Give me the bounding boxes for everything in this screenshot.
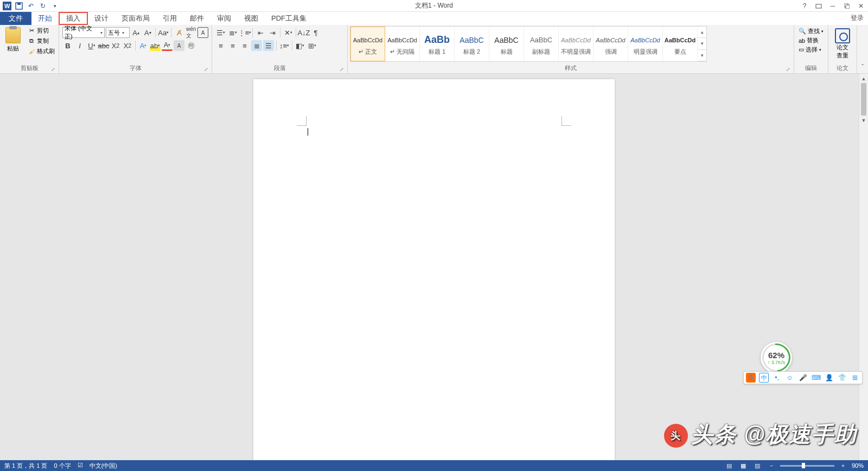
web-layout-icon[interactable]: ▨	[752, 461, 763, 470]
align-right-button[interactable]: ≡	[239, 40, 250, 51]
select-button[interactable]: ▭选择 ▾	[799, 46, 824, 54]
ime-voice-icon[interactable]: 🎤	[798, 373, 808, 383]
sort-button[interactable]: A↓Z	[298, 27, 309, 38]
tab-file[interactable]: 文件	[0, 12, 31, 25]
document-page[interactable]	[253, 79, 615, 462]
superscript-button[interactable]: X2	[122, 40, 133, 51]
copy-button[interactable]: ⧉复制	[26, 36, 56, 46]
font-name-combo[interactable]: 宋体 (中文正)▾	[62, 27, 105, 38]
style-item-h1[interactable]: AaBb标题 1	[420, 27, 455, 61]
style-item-h2[interactable]: AaBbC标题 2	[455, 27, 489, 61]
align-left-button[interactable]: ≡	[215, 40, 226, 51]
tab-review[interactable]: 审阅	[210, 12, 238, 25]
style-item-subtitle[interactable]: AaBbC副标题	[524, 27, 559, 61]
zoom-in-icon[interactable]: +	[838, 461, 848, 470]
align-center-button[interactable]: ≡	[227, 40, 238, 51]
find-button[interactable]: 🔍查找 ▾	[799, 27, 824, 35]
save-icon[interactable]	[14, 1, 24, 11]
style-item-strong[interactable]: AaBbCcDd要点	[663, 27, 698, 61]
ime-skin-icon[interactable]: 👕	[837, 373, 847, 383]
style-more-icon[interactable]: ▾	[698, 50, 706, 61]
phonetic-guide-button[interactable]: wén文	[186, 27, 196, 38]
shading-button[interactable]: ◧▾	[295, 40, 305, 51]
tab-pdf[interactable]: PDF工具集	[265, 12, 313, 25]
tab-mailings[interactable]: 邮件	[183, 12, 210, 25]
close-icon[interactable]: ✕	[856, 1, 866, 11]
clipboard-launcher-icon[interactable]: ⤢	[51, 67, 55, 72]
ime-emoji-icon[interactable]: ☺	[785, 373, 795, 383]
paste-button[interactable]: 粘贴	[2, 26, 24, 54]
style-item-body[interactable]: AaBbCcDd↵ 正文	[350, 27, 385, 61]
justify-button[interactable]: ≣	[251, 40, 262, 51]
minimize-icon[interactable]: ─	[828, 1, 838, 11]
qat-customize-icon[interactable]: ▾	[50, 1, 60, 11]
zoom-level[interactable]: 90%	[852, 462, 864, 469]
shrink-font-button[interactable]: A▾	[142, 27, 153, 38]
multilevel-button[interactable]: ⋮≡▾	[239, 27, 250, 38]
sogou-icon[interactable]: S	[746, 373, 756, 383]
line-spacing-button[interactable]: ↕≡▾	[279, 40, 290, 51]
status-page[interactable]: 第 1 页，共 1 页	[4, 462, 47, 470]
show-marks-button[interactable]: ¶	[310, 27, 321, 38]
zoom-out-icon[interactable]: −	[766, 461, 777, 470]
style-item-title[interactable]: AaBbC标题	[489, 27, 524, 61]
styles-gallery[interactable]: AaBbCcDd↵ 正文AaBbCcDd↵ 无间隔AaBb标题 1AaBbC标题…	[350, 26, 707, 62]
style-item-nospace[interactable]: AaBbCcDd↵ 无间隔	[385, 27, 420, 61]
tab-design[interactable]: 设计	[88, 12, 115, 25]
increase-indent-button[interactable]: ⇥	[267, 27, 278, 38]
italic-button[interactable]: I	[74, 40, 85, 51]
ime-keyboard-icon[interactable]: ⌨	[811, 373, 821, 383]
ime-toolbar[interactable]: S 中 •, ☺ 🎤 ⌨ 👤 👕 ⊞	[743, 371, 863, 384]
bold-button[interactable]: B	[62, 40, 73, 51]
decrease-indent-button[interactable]: ⇤	[255, 27, 266, 38]
char-border-button[interactable]: A	[197, 27, 208, 38]
ime-toolbox-icon[interactable]: ⊞	[850, 373, 860, 383]
status-words[interactable]: 0 个字	[54, 462, 71, 470]
font-launcher-icon[interactable]: ⤢	[204, 67, 208, 72]
tab-references[interactable]: 引用	[156, 12, 183, 25]
highlight-button[interactable]: ab▾	[150, 40, 161, 51]
read-mode-icon[interactable]: ▤	[724, 461, 735, 470]
scroll-thumb[interactable]	[861, 83, 866, 116]
style-item-subtle-em[interactable]: AaBbCcDd不明显强调	[559, 27, 593, 61]
font-size-combo[interactable]: 五号▾	[106, 27, 130, 38]
tab-layout[interactable]: 页面布局	[115, 12, 156, 25]
status-language[interactable]: 中文(中国)	[90, 462, 117, 470]
ime-lang-button[interactable]: 中	[759, 373, 769, 383]
ime-user-icon[interactable]: 👤	[824, 373, 834, 383]
collapse-ribbon-icon[interactable]: ˇ	[857, 25, 868, 73]
vertical-scrollbar[interactable]: ▲ ▼	[859, 74, 868, 462]
cut-button[interactable]: ✂剪切	[26, 26, 56, 35]
tab-view[interactable]: 视图	[238, 12, 265, 25]
asian-layout-button[interactable]: ✕▾	[283, 27, 293, 38]
format-painter-button[interactable]: 🖌格式刷	[26, 47, 56, 56]
zoom-slider[interactable]	[780, 465, 834, 467]
style-up-icon[interactable]: ▴	[698, 27, 706, 38]
ribbon-display-icon[interactable]	[814, 1, 824, 11]
clear-format-button[interactable]: A̸	[174, 27, 184, 38]
style-item-intense-em[interactable]: AaBbCcDd明显强调	[628, 27, 663, 61]
redo-icon[interactable]: ↻	[38, 1, 48, 11]
undo-icon[interactable]: ↶	[26, 1, 36, 11]
replace-button[interactable]: ab替换	[799, 36, 824, 44]
scroll-up-icon[interactable]: ▲	[859, 74, 868, 83]
text-effects-button[interactable]: A▾	[138, 40, 149, 51]
network-gauge[interactable]: 62% ↑ 3.7K/s	[761, 342, 792, 373]
style-item-em[interactable]: AaBbCcDd强调	[593, 27, 628, 61]
change-case-button[interactable]: Aa▾	[158, 27, 169, 38]
help-icon[interactable]: ?	[800, 1, 809, 11]
grow-font-button[interactable]: A▴	[131, 27, 142, 38]
strikethrough-button[interactable]: abc	[98, 40, 109, 51]
ime-punct-icon[interactable]: •,	[772, 373, 782, 383]
tab-insert[interactable]: 插入	[59, 12, 88, 25]
subscript-button[interactable]: X2	[110, 40, 121, 51]
enclose-char-button[interactable]: ㊕	[186, 40, 196, 51]
paragraph-launcher-icon[interactable]: ⤢	[340, 67, 344, 72]
font-color-button[interactable]: A▾	[162, 40, 173, 51]
tab-home[interactable]: 开始	[31, 12, 59, 25]
numbering-button[interactable]: ≣▾	[227, 27, 238, 38]
distributed-button[interactable]: ☰	[263, 40, 274, 51]
styles-launcher-icon[interactable]: ⤢	[786, 67, 790, 72]
underline-button[interactable]: U▾	[86, 40, 97, 51]
maximize-icon[interactable]	[842, 1, 852, 11]
